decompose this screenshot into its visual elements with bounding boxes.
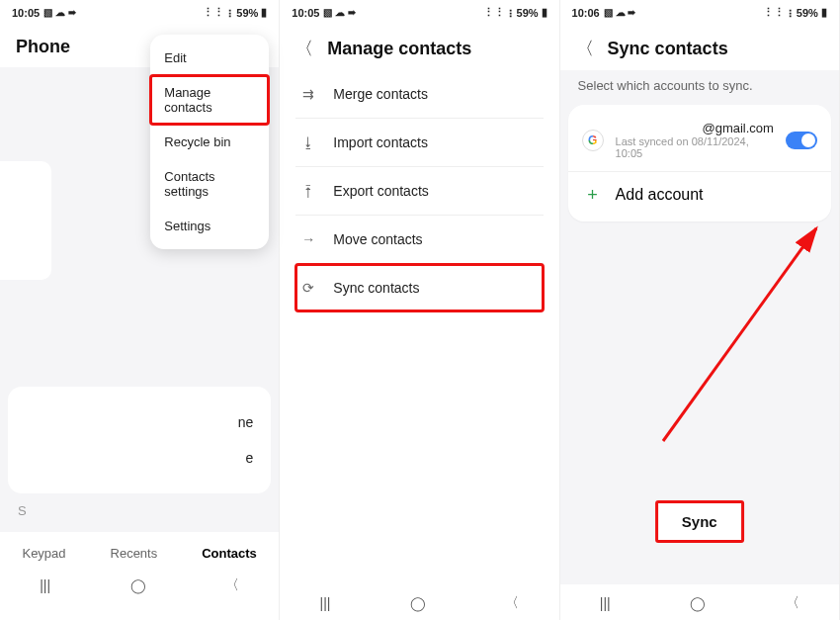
svg-line-0 bbox=[663, 228, 816, 441]
sync-header: 〈 Sync contacts bbox=[560, 23, 839, 70]
row-move-contacts[interactable]: → Move contacts bbox=[295, 216, 543, 264]
status-bar: 10:05 ▧ ☁ ➠ ⋮⋮ ⫶ 59% ▮ bbox=[0, 0, 279, 23]
battery-text: 59% bbox=[517, 7, 539, 19]
bottom-tabs: Keypad Recents Contacts bbox=[0, 532, 279, 569]
status-time: 10:06 bbox=[572, 7, 600, 19]
row-label: Move contacts bbox=[333, 231, 422, 247]
overflow-menu: Edit Manage contacts Recycle bin Contact… bbox=[150, 35, 269, 249]
signal-icon: ⫶ bbox=[508, 7, 514, 19]
manage-contacts-panel: 10:05 ▧ ☁ ➠ ⋮⋮ ⫶ 59% ▮ 〈 Manage contacts… bbox=[280, 0, 559, 620]
battery-icon: ▮ bbox=[261, 6, 267, 19]
status-notif-icons: ▧ ☁ ➠ bbox=[323, 7, 356, 18]
sync-subtitle: Select which accounts to sync. bbox=[560, 70, 839, 105]
manage-list: ⇉ Merge contacts ⭳ Import contacts ⭱ Exp… bbox=[280, 70, 558, 311]
google-icon: G bbox=[582, 130, 604, 151]
tab-keypad[interactable]: Keypad bbox=[22, 546, 65, 561]
add-account-row[interactable]: + Add account bbox=[568, 172, 831, 218]
account-row-gmail[interactable]: G @gmail.com Last synced on 08/11/2024, … bbox=[568, 109, 831, 172]
status-notif-icons: ▧ ☁ ➠ bbox=[43, 7, 76, 18]
sync-icon: ⟳ bbox=[299, 279, 317, 297]
android-nav-bar: ||| ◯ 〈 bbox=[280, 586, 558, 620]
tab-recents[interactable]: Recents bbox=[111, 546, 158, 561]
index-letter-s: S bbox=[0, 503, 279, 518]
nav-recents-icon[interactable]: ||| bbox=[600, 595, 611, 611]
battery-text: 59% bbox=[797, 7, 818, 19]
status-notif-icons: ▧ ☁ ➠ bbox=[604, 7, 636, 18]
signal-icon: ⫶ bbox=[227, 7, 233, 19]
contact-row[interactable]: e bbox=[8, 440, 271, 476]
status-time: 10:05 bbox=[12, 7, 40, 19]
android-nav-bar: ||| ◯ 〈 bbox=[0, 569, 279, 602]
merge-icon: ⇉ bbox=[299, 85, 317, 103]
nav-home-icon[interactable]: ◯ bbox=[130, 577, 146, 593]
annotation-arrow bbox=[643, 214, 831, 461]
tab-contacts[interactable]: Contacts bbox=[202, 546, 257, 561]
wifi-icon: ⋮⋮ bbox=[483, 6, 505, 19]
menu-edit[interactable]: Edit bbox=[150, 41, 269, 75]
battery-icon: ▮ bbox=[821, 6, 827, 19]
sync-contacts-panel: 10:06 ▧ ☁ ➠ ⋮⋮ ⫶ 59% ▮ 〈 Sync contacts S… bbox=[560, 0, 840, 620]
nav-back-icon[interactable]: 〈 bbox=[505, 594, 519, 612]
page-title: Manage contacts bbox=[327, 39, 471, 59]
export-icon: ⭱ bbox=[299, 182, 317, 200]
contact-row[interactable]: ne bbox=[8, 404, 271, 440]
phone-app-panel: 10:05 ▧ ☁ ➠ ⋮⋮ ⫶ 59% ▮ Phone R Edit Mana… bbox=[0, 0, 280, 620]
menu-recycle-bin[interactable]: Recycle bin bbox=[150, 125, 269, 159]
battery-text: 59% bbox=[236, 7, 258, 19]
nav-recents-icon[interactable]: ||| bbox=[40, 577, 50, 593]
battery-icon: ▮ bbox=[542, 6, 547, 19]
menu-manage-contacts[interactable]: Manage contacts bbox=[150, 75, 269, 125]
manage-header: 〈 Manage contacts bbox=[280, 23, 558, 70]
nav-home-icon[interactable]: ◯ bbox=[410, 595, 426, 611]
row-import-contacts[interactable]: ⭳ Import contacts bbox=[295, 119, 543, 167]
android-nav-bar: ||| ◯ 〈 bbox=[560, 586, 839, 620]
sync-button[interactable]: Sync bbox=[655, 500, 744, 543]
row-export-contacts[interactable]: ⭱ Export contacts bbox=[295, 167, 543, 216]
row-label: Import contacts bbox=[333, 134, 428, 150]
status-bar: 10:05 ▧ ☁ ➠ ⋮⋮ ⫶ 59% ▮ bbox=[280, 0, 558, 23]
account-email: @gmail.com bbox=[702, 121, 773, 135]
contact-group-card: ne e bbox=[8, 387, 271, 493]
status-time: 10:05 bbox=[292, 7, 319, 19]
page-title: Sync contacts bbox=[608, 39, 728, 59]
account-sync-toggle[interactable] bbox=[786, 132, 817, 149]
nav-back-icon[interactable]: 〈 bbox=[225, 576, 239, 594]
move-icon: → bbox=[299, 230, 317, 248]
wifi-icon: ⋮⋮ bbox=[203, 6, 224, 19]
plus-icon: + bbox=[582, 184, 604, 206]
row-merge-contacts[interactable]: ⇉ Merge contacts bbox=[295, 70, 543, 119]
account-last-sync: Last synced on 08/11/2024, 10:05 bbox=[616, 135, 774, 159]
row-label: Export contacts bbox=[333, 183, 429, 199]
nav-recents-icon[interactable]: ||| bbox=[320, 595, 331, 611]
import-icon: ⭳ bbox=[299, 133, 317, 151]
menu-contacts-settings[interactable]: Contacts settings bbox=[150, 159, 269, 209]
page-title: Phone bbox=[16, 37, 70, 57]
accounts-card: G @gmail.com Last synced on 08/11/2024, … bbox=[568, 105, 831, 221]
menu-settings[interactable]: Settings bbox=[150, 209, 269, 243]
wifi-icon: ⋮⋮ bbox=[763, 6, 785, 19]
row-label: Sync contacts bbox=[333, 280, 419, 296]
add-account-label: Add account bbox=[616, 186, 704, 204]
contact-card-cropped bbox=[0, 161, 51, 280]
row-sync-contacts[interactable]: ⟳ Sync contacts bbox=[295, 264, 543, 311]
nav-back-icon[interactable]: 〈 bbox=[786, 594, 799, 612]
nav-home-icon[interactable]: ◯ bbox=[690, 595, 706, 611]
back-icon[interactable]: 〈 bbox=[295, 37, 313, 60]
back-icon[interactable]: 〈 bbox=[576, 37, 594, 60]
signal-icon: ⫶ bbox=[788, 7, 794, 19]
row-label: Merge contacts bbox=[333, 86, 428, 102]
status-bar: 10:06 ▧ ☁ ➠ ⋮⋮ ⫶ 59% ▮ bbox=[560, 0, 839, 23]
